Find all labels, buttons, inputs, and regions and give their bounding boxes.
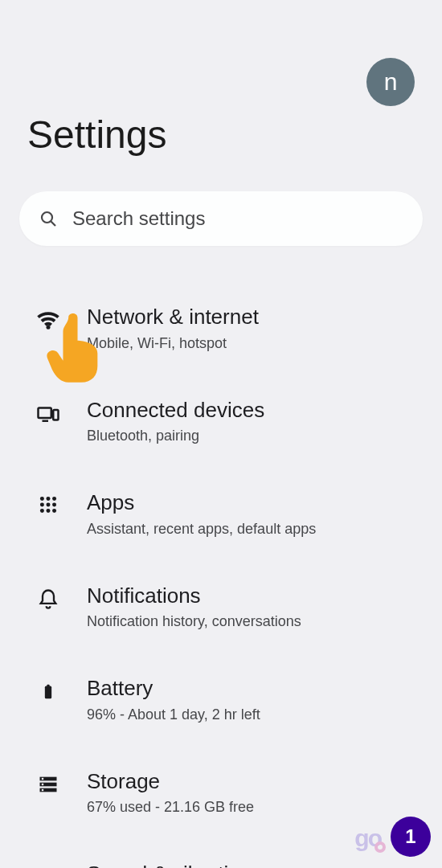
settings-item-notifications[interactable]: Notifications Notification history, conv… (0, 560, 442, 653)
item-title: Notifications (87, 583, 423, 609)
search-settings[interactable]: Search settings (19, 191, 423, 246)
settings-item-network[interactable]: Network & internet Mobile, Wi-Fi, hotspo… (0, 281, 442, 375)
svg-rect-19 (42, 777, 43, 779)
item-title: Battery (87, 675, 423, 702)
apps-icon (35, 489, 61, 515)
svg-rect-15 (47, 685, 49, 687)
svg-rect-14 (45, 686, 51, 699)
svg-line-1 (51, 222, 56, 227)
settings-item-apps[interactable]: Apps Assistant, recent apps, default app… (0, 467, 442, 560)
svg-rect-20 (42, 783, 43, 784)
step-badge[interactable]: 1 (391, 817, 431, 857)
item-title: Apps (87, 489, 423, 516)
svg-point-7 (52, 497, 56, 501)
search-icon (39, 209, 58, 228)
settings-item-battery[interactable]: Battery 96% - About 1 day, 2 hr left (0, 653, 442, 746)
volume-icon (35, 861, 61, 868)
svg-rect-21 (42, 788, 43, 790)
item-subtitle: Notification history, conversations (87, 613, 423, 630)
svg-point-12 (47, 509, 51, 513)
step-number: 1 (405, 825, 415, 848)
page-title: Settings (27, 113, 166, 157)
avatar-letter: n (384, 68, 398, 96)
item-subtitle: Assistant, recent apps, default apps (87, 521, 423, 538)
settings-item-connected-devices[interactable]: Connected devices Bluetooth, pairing (0, 375, 442, 468)
watermark-logo: go (354, 825, 381, 852)
search-placeholder: Search settings (72, 207, 205, 230)
item-title: Sound & vibration (87, 861, 423, 868)
item-subtitle: 67% used - 21.16 GB free (87, 799, 423, 816)
item-title: Network & internet (87, 304, 423, 330)
battery-icon (35, 675, 61, 704)
svg-point-11 (40, 509, 44, 513)
svg-point-6 (47, 497, 51, 501)
svg-point-5 (40, 497, 44, 501)
svg-point-10 (52, 503, 56, 507)
settings-list: Network & internet Mobile, Wi-Fi, hotspo… (0, 281, 442, 868)
devices-icon (35, 397, 61, 426)
storage-icon (35, 768, 61, 796)
item-subtitle: Bluetooth, pairing (87, 428, 423, 444)
bell-icon (35, 583, 61, 610)
profile-avatar[interactable]: n (366, 58, 415, 106)
wifi-icon (35, 304, 61, 333)
svg-point-13 (52, 509, 56, 513)
svg-point-9 (47, 503, 51, 507)
svg-point-8 (40, 503, 44, 507)
item-subtitle: 96% - About 1 day, 2 hr left (87, 706, 423, 723)
svg-point-0 (42, 212, 52, 223)
item-title: Storage (87, 768, 423, 795)
item-title: Connected devices (87, 397, 423, 424)
item-subtitle: Mobile, Wi-Fi, hotspot (87, 335, 423, 352)
svg-rect-3 (53, 410, 58, 420)
svg-rect-2 (39, 407, 51, 418)
